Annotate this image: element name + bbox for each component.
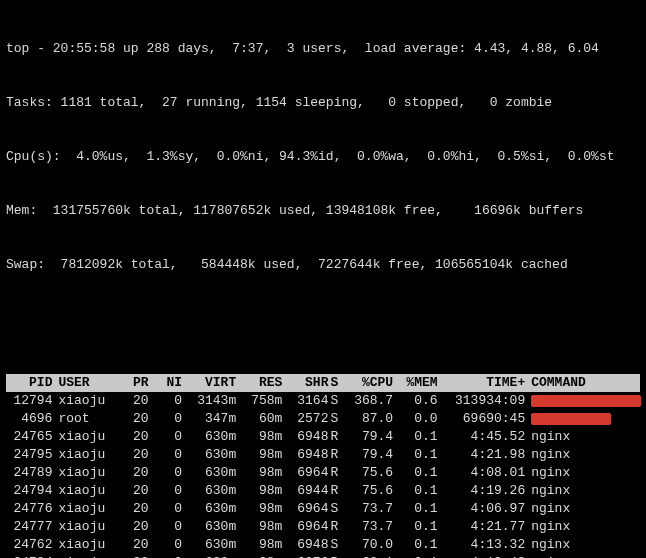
cell-ni: 0 bbox=[155, 464, 189, 482]
col-cpu: %CPU bbox=[345, 374, 399, 392]
cell-ni: 0 bbox=[155, 410, 189, 428]
cell-command: nginx bbox=[531, 464, 640, 482]
cell-shr: 6944 bbox=[288, 482, 330, 500]
cell-ni: 0 bbox=[155, 518, 189, 536]
process-row: 24794xiaoju200630m98m6944R75.60.14:19.26… bbox=[6, 482, 640, 500]
cell-shr: 6964 bbox=[288, 464, 330, 482]
redaction-mark bbox=[531, 395, 641, 407]
cell-command: nginx bbox=[531, 428, 640, 446]
cell-s: R bbox=[330, 518, 345, 536]
blank-line bbox=[6, 310, 640, 320]
cell-res: 98m bbox=[242, 518, 288, 536]
cell-cpu: 87.0 bbox=[345, 410, 399, 428]
process-row: 24762xiaoju200630m98m6948S70.00.14:13.32… bbox=[6, 536, 640, 554]
cell-user: xiaoju bbox=[58, 554, 116, 558]
cell-mem: 0.1 bbox=[399, 428, 443, 446]
cell-pr: 20 bbox=[116, 536, 154, 554]
cell-mem: 0.0 bbox=[399, 410, 443, 428]
cell-ni: 0 bbox=[155, 446, 189, 464]
cell-res: 98m bbox=[242, 536, 288, 554]
col-pr: PR bbox=[116, 374, 154, 392]
cell-virt: 630m bbox=[188, 464, 242, 482]
cell-res: 98m bbox=[242, 500, 288, 518]
process-row: 12794xiaoju2003143m758m3164S368.70.63139… bbox=[6, 392, 640, 410]
cell-res: 98m bbox=[242, 446, 288, 464]
process-row: 24795xiaoju200630m98m6948R79.40.14:21.98… bbox=[6, 446, 640, 464]
cell-user: xiaoju bbox=[58, 464, 116, 482]
process-table: PID USER PR NI VIRT RES SHR S %CPU %MEM … bbox=[6, 374, 640, 558]
cell-mem: 0.1 bbox=[399, 518, 443, 536]
cell-virt: 630m bbox=[188, 518, 242, 536]
cell-mem: 0.1 bbox=[399, 554, 443, 558]
cell-pid: 24794 bbox=[6, 482, 58, 500]
col-res: RES bbox=[242, 374, 288, 392]
cell-res: 758m bbox=[242, 392, 288, 410]
cell-mem: 0.1 bbox=[399, 482, 443, 500]
top-swap-line: Swap: 7812092k total, 584448k used, 7227… bbox=[6, 256, 640, 274]
top-cpu-line: Cpu(s): 4.0%us, 1.3%sy, 0.0%ni, 94.3%id,… bbox=[6, 148, 640, 166]
cell-time: 4:21.77 bbox=[444, 518, 532, 536]
cell-ni: 0 bbox=[155, 392, 189, 410]
cell-command bbox=[531, 392, 640, 410]
cell-ni: 0 bbox=[155, 554, 189, 558]
cell-mem: 0.1 bbox=[399, 464, 443, 482]
cell-time: 313934:09 bbox=[444, 392, 532, 410]
cell-cpu: 73.7 bbox=[345, 518, 399, 536]
cell-time: 4:21.98 bbox=[444, 446, 532, 464]
cell-command: nginx bbox=[531, 554, 640, 558]
process-row: 24776xiaoju200630m98m6964S73.70.14:06.97… bbox=[6, 500, 640, 518]
cell-pid: 24789 bbox=[6, 464, 58, 482]
cell-s: R bbox=[330, 482, 345, 500]
col-user: USER bbox=[58, 374, 116, 392]
cell-command: nginx bbox=[531, 500, 640, 518]
cell-cpu: 75.6 bbox=[345, 464, 399, 482]
col-mem: %MEM bbox=[399, 374, 443, 392]
process-row: 24789xiaoju200630m98m6964R75.60.14:08.01… bbox=[6, 464, 640, 482]
cell-s: R bbox=[330, 446, 345, 464]
cell-user: xiaoju bbox=[58, 518, 116, 536]
cell-user: xiaoju bbox=[58, 428, 116, 446]
cell-s: S bbox=[330, 410, 345, 428]
terminal[interactable]: top - 20:55:58 up 288 days, 7:37, 3 user… bbox=[0, 0, 646, 558]
cell-virt: 630m bbox=[188, 428, 242, 446]
cell-s: S bbox=[330, 392, 345, 410]
cell-time: 4:06.97 bbox=[444, 500, 532, 518]
col-virt: VIRT bbox=[188, 374, 242, 392]
cell-cpu: 79.4 bbox=[345, 428, 399, 446]
cell-pid: 24784 bbox=[6, 554, 58, 558]
cell-mem: 0.1 bbox=[399, 536, 443, 554]
cell-virt: 630m bbox=[188, 482, 242, 500]
cell-cpu: 70.0 bbox=[345, 536, 399, 554]
col-s: S bbox=[330, 374, 345, 392]
cell-cpu: 73.7 bbox=[345, 500, 399, 518]
cell-pr: 20 bbox=[116, 410, 154, 428]
cell-pr: 20 bbox=[116, 392, 154, 410]
process-row: 24777xiaoju200630m98m6964R73.70.14:21.77… bbox=[6, 518, 640, 536]
top-uptime-line: top - 20:55:58 up 288 days, 7:37, 3 user… bbox=[6, 40, 640, 58]
cell-res: 98m bbox=[242, 428, 288, 446]
cell-shr: 6964 bbox=[288, 500, 330, 518]
cell-shr: 6948 bbox=[288, 428, 330, 446]
cell-ni: 0 bbox=[155, 500, 189, 518]
col-ni: NI bbox=[155, 374, 189, 392]
cell-ni: 0 bbox=[155, 482, 189, 500]
cell-user: xiaoju bbox=[58, 446, 116, 464]
cell-pid: 4696 bbox=[6, 410, 58, 428]
cell-shr: 2572 bbox=[288, 410, 330, 428]
cell-res: 98m bbox=[242, 554, 288, 558]
cell-pid: 24762 bbox=[6, 536, 58, 554]
cell-s: S bbox=[330, 536, 345, 554]
cell-s: R bbox=[330, 554, 345, 558]
cell-s: S bbox=[330, 500, 345, 518]
cell-time: 4:19.48 bbox=[444, 554, 532, 558]
cell-pr: 20 bbox=[116, 446, 154, 464]
cell-virt: 630m bbox=[188, 446, 242, 464]
process-row: 24765xiaoju200630m98m6948R79.40.14:45.52… bbox=[6, 428, 640, 446]
cell-virt: 630m bbox=[188, 536, 242, 554]
cell-command bbox=[531, 410, 640, 428]
redaction-mark bbox=[531, 413, 611, 425]
cell-user: xiaoju bbox=[58, 392, 116, 410]
cell-pid: 24795 bbox=[6, 446, 58, 464]
cell-shr: 6948 bbox=[288, 446, 330, 464]
cell-s: R bbox=[330, 464, 345, 482]
